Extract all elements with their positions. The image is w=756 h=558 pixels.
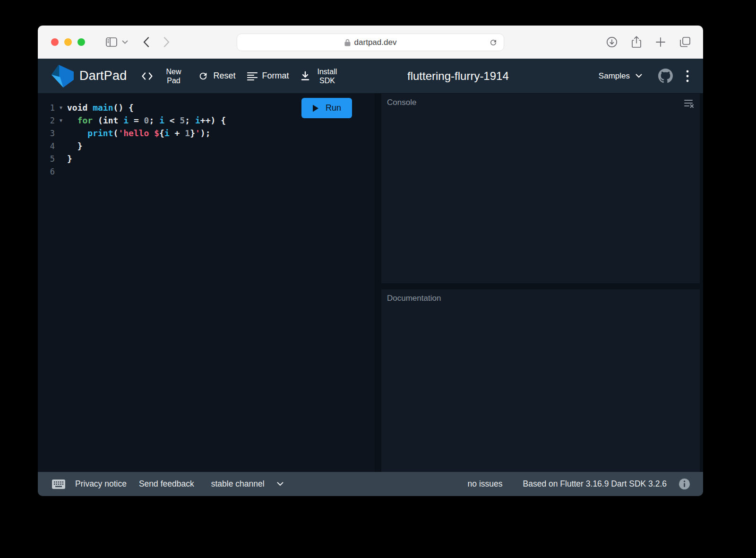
line-number: 2 — [38, 116, 55, 125]
overflow-menu-icon[interactable] — [686, 70, 689, 82]
close-window-button[interactable] — [51, 38, 59, 46]
brand-name: DartPad — [79, 69, 127, 83]
zoom-window-button[interactable] — [77, 38, 85, 46]
main-content: 1▼void main() {2▼ for (int i = 0; i < 5;… — [38, 93, 703, 472]
download-sdk-icon — [301, 71, 310, 81]
new-pad-label-1: New — [166, 68, 181, 76]
downloads-icon[interactable] — [606, 36, 618, 48]
install-sdk-button[interactable]: Install SDK — [301, 67, 337, 85]
code-text[interactable]: void main() { — [67, 103, 134, 113]
documentation-panel: Documentation — [381, 289, 700, 472]
format-label: Format — [262, 71, 289, 81]
new-pad-button[interactable]: New Pad — [166, 67, 181, 85]
line-number: 4 — [38, 141, 55, 151]
browser-window: dartpad.dev — [38, 26, 703, 496]
code-text[interactable]: print('hello ${i + 1}'); — [67, 128, 211, 138]
code-text[interactable]: } — [67, 141, 83, 151]
code-line[interactable]: 6 — [38, 165, 375, 178]
install-sdk-label-2: SDK — [319, 77, 335, 85]
panel-divider-horizontal[interactable] — [381, 283, 700, 289]
new-tab-icon[interactable] — [655, 37, 666, 47]
documentation-title: Documentation — [381, 289, 700, 307]
code-line[interactable]: 5} — [38, 152, 375, 165]
dart-logo-icon — [50, 65, 75, 87]
sdk-version-text: Based on Flutter 3.16.9 Dart SDK 3.2.6 — [523, 479, 667, 489]
code-brackets-icon — [141, 71, 154, 81]
channel-label: stable channel — [211, 479, 265, 489]
line-number: 5 — [38, 154, 55, 164]
chevron-down-icon — [636, 74, 642, 78]
reset-button[interactable]: Reset — [198, 71, 235, 81]
privacy-notice-link[interactable]: Privacy notice — [75, 479, 127, 489]
channel-chevron-down-icon — [277, 482, 284, 486]
install-sdk-label-1: Install — [318, 68, 337, 76]
address-bar[interactable]: dartpad.dev — [237, 34, 504, 51]
info-icon[interactable] — [679, 479, 690, 489]
play-icon — [312, 105, 319, 112]
code-line[interactable]: 3 print('hello ${i + 1}'); — [38, 127, 375, 140]
code-text[interactable]: for (int i = 0; i < 5; i++) { — [67, 115, 226, 125]
run-button[interactable]: Run — [301, 98, 352, 118]
fold-marker-icon[interactable]: ▼ — [55, 105, 67, 110]
channel-selector[interactable]: stable channel — [211, 479, 284, 489]
back-button-icon[interactable] — [143, 37, 149, 47]
console-title: Console — [381, 94, 700, 112]
github-icon[interactable] — [658, 69, 673, 83]
status-footer: Privacy notice Send feedback stable chan… — [38, 472, 703, 496]
format-align-icon — [247, 71, 258, 81]
send-feedback-link[interactable]: Send feedback — [139, 479, 194, 489]
code-text[interactable]: } — [67, 154, 72, 164]
line-number: 6 — [38, 167, 55, 176]
reload-icon[interactable] — [489, 38, 498, 47]
line-number: 3 — [38, 129, 55, 138]
browser-toolbar: dartpad.dev — [38, 26, 703, 59]
sidebar-chevron-down-icon[interactable] — [122, 40, 128, 44]
keyboard-shortcuts-icon[interactable] — [52, 480, 65, 489]
samples-menu[interactable]: Samples — [599, 71, 642, 81]
format-button[interactable]: Format — [247, 71, 289, 81]
panel-divider-vertical[interactable] — [375, 93, 381, 472]
gist-title: fluttering-flurry-1914 — [407, 70, 509, 83]
sidebar-toggle-icon[interactable] — [106, 37, 117, 47]
reset-label: Reset — [213, 71, 235, 81]
share-icon[interactable] — [631, 36, 642, 48]
traffic-lights — [51, 38, 85, 46]
forward-button-icon[interactable] — [163, 37, 170, 47]
dartpad-brand[interactable]: DartPad — [50, 65, 127, 87]
code-line[interactable]: 4 } — [38, 140, 375, 152]
minimize-window-button[interactable] — [64, 38, 72, 46]
console-panel: Console — [381, 94, 700, 283]
fold-marker-icon[interactable]: ▼ — [55, 118, 67, 123]
issues-status: no issues — [468, 479, 503, 489]
reset-icon — [198, 71, 208, 81]
code-editor[interactable]: 1▼void main() {2▼ for (int i = 0; i < 5;… — [38, 93, 375, 472]
url-text: dartpad.dev — [354, 38, 397, 47]
run-label: Run — [326, 103, 341, 113]
line-number: 1 — [38, 103, 55, 113]
lock-icon — [344, 39, 351, 46]
samples-label: Samples — [599, 71, 630, 81]
clear-console-icon[interactable] — [684, 99, 694, 108]
dartpad-header: DartPad New Pad Reset — [38, 59, 703, 93]
tab-overview-icon[interactable] — [679, 36, 691, 48]
new-pad-label-2: Pad — [167, 77, 180, 85]
